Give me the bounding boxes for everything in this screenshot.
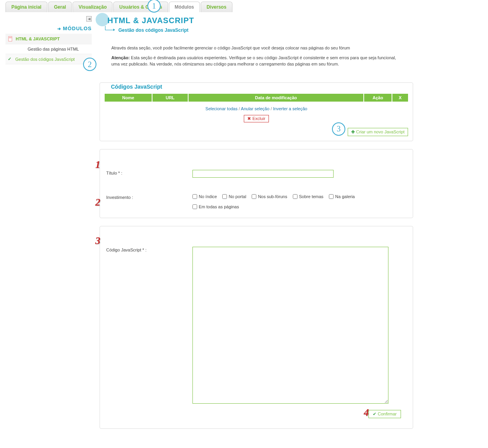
intro-p1: Através desta seção, você pode facilment… xyxy=(111,45,405,51)
tab-visualization[interactable]: Visualização xyxy=(73,2,112,12)
selection-links: Selecionar todas / Anular seleção / Inve… xyxy=(105,105,408,113)
select-all-link[interactable]: Selecionar todas xyxy=(205,106,238,111)
investment-label: Investimento : xyxy=(106,194,192,200)
check-gallery[interactable]: Na galeria xyxy=(329,194,355,199)
title-input[interactable] xyxy=(192,170,334,178)
tab-modules[interactable]: Módulos xyxy=(169,2,200,12)
sidebar-item-html-pages[interactable]: Gestão das páginas HTML xyxy=(5,44,92,54)
th-x: X xyxy=(392,94,408,102)
th-url: URL xyxy=(152,94,188,102)
page-subtitle: Gestão dos códigos JavaScript xyxy=(100,27,413,33)
check-icon: ✔ xyxy=(373,412,376,417)
th-name: Nome xyxy=(105,94,152,102)
check-allpages[interactable]: Em todas as páginas xyxy=(192,204,406,209)
deselect-link[interactable]: Anular seleção xyxy=(241,106,270,111)
sidebar-section-html-js[interactable]: HTML & JAVASCRIPT xyxy=(5,34,92,44)
tab-general[interactable]: Geral xyxy=(48,2,72,12)
delete-label: Excluir xyxy=(252,116,265,121)
table-header: Nome URL Data de modificação Ação X xyxy=(105,94,408,102)
main-content: HTML & JAVASCRIPT Gestão dos códigos Jav… xyxy=(100,16,413,437)
annotation-circle-2: 2 xyxy=(83,58,96,71)
js-codes-fieldset: Códigos JavaScript Nome URL Data de modi… xyxy=(100,82,413,141)
svg-rect-1 xyxy=(9,37,12,38)
title-label: Título * : xyxy=(106,170,192,175)
annotation-circle-3: 3 xyxy=(332,122,345,136)
intro-p2: Atenção: Esta seção é destinada para usu… xyxy=(111,55,405,67)
sidebar-item-label: Gestão dos códigos JavaScript xyxy=(15,57,75,62)
check-topics[interactable]: Sobre temas xyxy=(293,194,323,199)
form-fieldset-2: 3 Código JavaScript * : 4 ✔ Confirmar xyxy=(100,226,413,429)
svg-rect-2 xyxy=(9,38,12,38)
check-portal[interactable]: No portal xyxy=(222,194,246,199)
page-header: HTML & JAVASCRIPT Gestão dos códigos Jav… xyxy=(100,16,413,33)
th-action: Ação xyxy=(364,94,392,102)
code-textarea[interactable] xyxy=(192,247,388,404)
page-title: HTML & JAVASCRIPT xyxy=(100,16,413,25)
intro-text: Através desta seção, você pode facilment… xyxy=(100,41,413,75)
th-date: Data de modificação xyxy=(189,94,363,102)
delete-icon: ✖ xyxy=(247,116,251,121)
fieldset-legend: Códigos JavaScript xyxy=(109,84,412,90)
sidebar: ◀ MÓDULOS HTML & JAVASCRIPT Gestão das p… xyxy=(5,16,92,437)
collapse-icon[interactable]: ◀ xyxy=(86,16,92,22)
check-index[interactable]: No índice xyxy=(192,194,217,199)
sidebar-section-label: HTML & JAVASCRIPT xyxy=(16,36,60,41)
create-js-button[interactable]: ✚ Criar um novo JavaScript xyxy=(348,128,408,136)
create-label: Criar um novo JavaScript xyxy=(356,129,405,134)
confirm-label: Confirmar xyxy=(378,412,397,416)
plus-icon: ✚ xyxy=(351,129,355,135)
tab-home[interactable]: Página inicial xyxy=(5,2,47,12)
sidebar-heading[interactable]: MÓDULOS xyxy=(5,23,92,34)
tab-misc[interactable]: Diversos xyxy=(201,2,232,12)
form-fieldset-1: 1 Título * : 2 Investimento : No índice … xyxy=(100,149,413,218)
code-label: Código JavaScript * : xyxy=(106,247,192,252)
confirm-button[interactable]: ✔ Confirmar xyxy=(368,410,401,418)
top-tabs: Página inicial Geral Visualização Usuári… xyxy=(0,0,488,12)
check-subforums[interactable]: Nos sub-fóruns xyxy=(252,194,287,199)
sidebar-item-js-codes[interactable]: Gestão dos códigos JavaScript xyxy=(5,54,92,64)
delete-button[interactable]: ✖ Excluir xyxy=(244,115,269,122)
placement-checks: No índice No portal Nos sub-fóruns Sobre… xyxy=(192,194,406,209)
invert-selection-link[interactable]: Inverter a seleção xyxy=(273,106,307,111)
file-icon xyxy=(8,36,13,42)
